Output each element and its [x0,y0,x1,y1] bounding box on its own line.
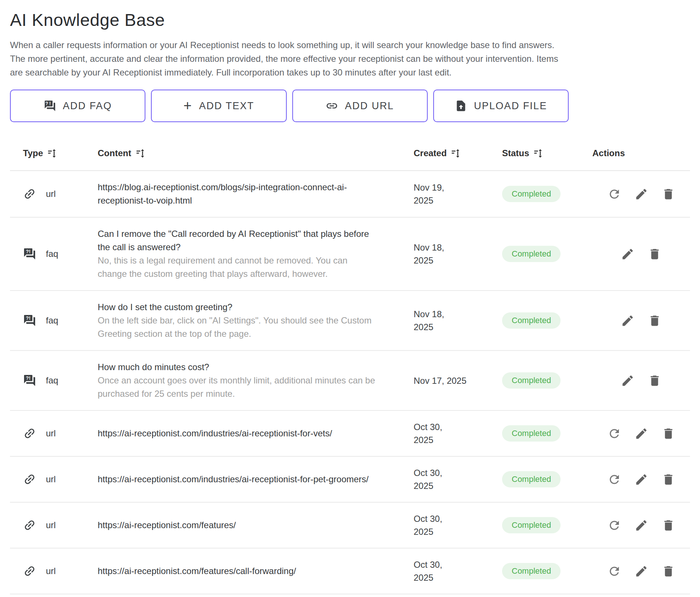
status-header-label: Status [502,148,529,158]
actions-cell [592,519,690,532]
add-url-label: ADD URL [345,100,394,112]
refresh-icon [608,564,621,578]
type-label: faq [46,375,58,386]
status-badge: Completed [502,425,561,442]
sort-icon[interactable] [135,148,145,158]
created-cell: Nov 19, 2025 [414,181,502,207]
refresh-button[interactable] [608,473,621,486]
status-cell: Completed [502,186,592,202]
created-cell: Oct 30, 2025 [414,558,502,584]
faq-icon [23,247,36,261]
delete-button[interactable] [648,374,662,388]
created-cell: Nov 18, 2025 [414,241,502,267]
delete-button[interactable] [662,473,675,486]
edit-button[interactable] [635,564,648,578]
actions-cell [592,564,690,578]
table-row: faq How do I set the custom greeting? On… [10,291,690,351]
status-badge: Completed [502,186,561,202]
delete-button[interactable] [648,314,662,328]
trash-icon [648,314,662,328]
trash-icon [662,564,675,578]
delete-button[interactable] [662,187,675,201]
refresh-button[interactable] [608,187,621,201]
sort-icon[interactable] [533,148,543,158]
sort-icon[interactable] [47,148,57,158]
edit-pencil-icon [635,187,648,201]
table-row: url https://ai-receptionist.com/industri… [10,411,690,457]
type-cell: faq [10,314,98,327]
delete-button[interactable] [662,564,675,578]
upload-file-button[interactable]: UPLOAD FILE [433,90,569,122]
refresh-icon [608,427,621,440]
trash-icon [662,187,675,201]
edit-button[interactable] [621,314,635,328]
refresh-button[interactable] [608,427,621,440]
table-row: url https://ai-receptionist.com/features… [10,503,690,549]
content-cell: https://ai-receptionist.com/industries/a… [98,473,414,486]
edit-pencil-icon [635,519,648,532]
content-url: https://ai-receptionist.com/industries/a… [98,427,377,440]
table-row: url https://blog.ai-receptionist.com/blo… [10,171,690,218]
actions-cell [592,427,690,440]
refresh-button[interactable] [608,519,621,532]
column-header-created[interactable]: Created [414,148,502,158]
edit-button[interactable] [621,247,635,261]
actions-cell [592,374,690,388]
content-url: https://blog.ai-receptionist.com/blogs/s… [98,181,377,207]
edit-pencil-icon [621,314,635,328]
status-cell: Completed [502,372,592,389]
edit-pencil-icon [635,427,648,440]
table-row: url https://ai-receptionist.com/features… [10,549,690,594]
faq-answer: On the left side bar, click on "AI Setti… [98,314,377,341]
edit-button[interactable] [635,187,648,201]
trash-icon [662,427,675,440]
type-label: faq [46,249,58,259]
status-badge: Completed [502,372,561,389]
type-label: url [46,520,56,530]
status-cell: Completed [502,517,592,533]
content-cell: Can I remove the "Call recorded by AI Re… [98,227,414,281]
content-cell: https://ai-receptionist.com/features/cal… [98,564,414,578]
table-row: url https://ai-receptionist.com/industri… [10,457,690,503]
edit-button[interactable] [635,427,648,440]
sort-icon[interactable] [450,148,460,158]
actions-header-label: Actions [592,148,625,158]
add-text-button[interactable]: + ADD TEXT [151,90,286,122]
link-icon [326,100,338,112]
refresh-icon [608,187,621,201]
type-label: url [46,566,56,576]
delete-button[interactable] [662,519,675,532]
content-cell: How much do minutes cost? Once an accoun… [98,360,414,400]
type-cell: url [10,187,98,201]
edit-button[interactable] [621,374,635,388]
column-header-content[interactable]: Content [98,148,414,158]
column-header-type[interactable]: Type [10,148,98,158]
trash-icon [662,519,675,532]
content-cell: https://blog.ai-receptionist.com/blogs/s… [98,181,414,207]
content-header-label: Content [98,148,131,158]
file-upload-icon [455,100,467,112]
type-cell: faq [10,247,98,261]
created-cell: Oct 30, 2025 [414,512,502,538]
upload-file-label: UPLOAD FILE [474,100,547,112]
column-header-status[interactable]: Status [502,148,592,158]
edit-button[interactable] [635,519,648,532]
status-badge: Completed [502,471,561,487]
url-link-icon [23,473,36,486]
refresh-button[interactable] [608,564,621,578]
add-text-label: ADD TEXT [199,100,254,112]
actions-cell [592,314,690,328]
edit-button[interactable] [635,473,648,486]
delete-button[interactable] [648,247,662,261]
add-faq-button[interactable]: ADD FAQ [10,90,145,122]
trash-icon [648,247,662,261]
status-cell: Completed [502,312,592,329]
type-label: url [46,428,56,439]
column-header-actions: Actions [592,148,690,158]
faq-icon [44,100,56,112]
delete-button[interactable] [662,427,675,440]
add-url-button[interactable]: ADD URL [292,90,428,122]
type-cell: url [10,427,98,440]
add-faq-label: ADD FAQ [63,100,112,112]
status-cell: Completed [502,246,592,262]
